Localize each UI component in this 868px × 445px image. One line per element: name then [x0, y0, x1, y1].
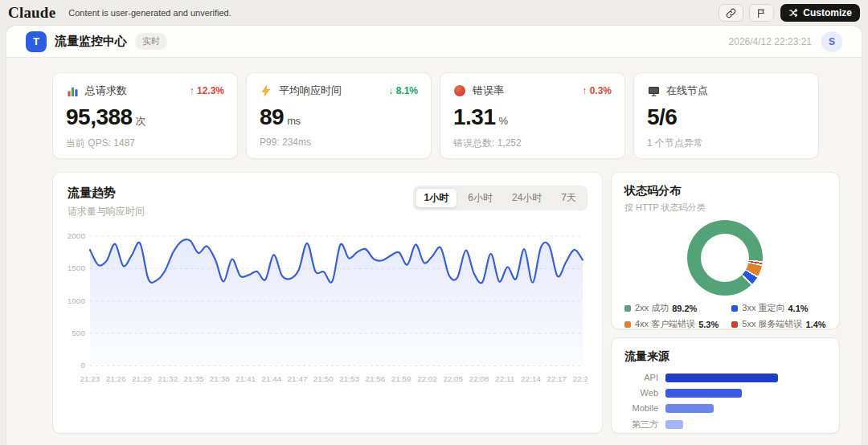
current-timestamp: 2026/4/12 22:23:21	[729, 36, 812, 47]
legend-label: 5xx 服务端错误	[742, 318, 802, 330]
legend-percent: 89.2%	[672, 304, 697, 313]
traffic-trend-panel: 流量趋势 请求量与响应时间 1小时 6小时 24小时 7天 0500100015…	[52, 172, 603, 434]
svg-text:22:17: 22:17	[547, 374, 567, 383]
customize-button[interactable]: Customize	[780, 4, 860, 22]
legend-dot	[731, 321, 738, 328]
time-range-selector: 1小时 6小时 24小时 7天	[413, 186, 588, 210]
svg-text:22:11: 22:11	[495, 374, 515, 383]
metric-value: 1.31	[453, 104, 496, 129]
donut-legend: 2xx 成功89.2%3xx 重定向4.1%4xx 客户端错误5.3%5xx 服…	[624, 302, 826, 330]
svg-text:1500: 1500	[68, 263, 85, 272]
range-7d[interactable]: 7天	[552, 188, 585, 208]
metric-subtext: 错误总数: 1,252	[453, 137, 612, 150]
source-bar	[665, 374, 778, 382]
svg-text:21:53: 21:53	[339, 374, 359, 383]
metric-card-error-rate: 错误率 ↑ 0.3% 1.31% 错误总数: 1,252	[440, 72, 625, 159]
svg-text:21:41: 21:41	[235, 374, 256, 383]
legend-item: 4xx 客户端错误5.3%	[624, 318, 719, 330]
metric-card-total-requests: 总请求数 ↑ 12.3% 95,388次 当前 QPS: 1487	[52, 72, 238, 159]
trend-badge: ↑ 12.3%	[190, 85, 224, 96]
metric-value: 5/6	[647, 104, 677, 129]
svg-text:21:56: 21:56	[365, 374, 385, 383]
red-circle-icon	[453, 84, 466, 97]
svg-text:21:47: 21:47	[288, 374, 308, 383]
svg-text:21:44: 21:44	[261, 374, 281, 383]
metric-label: 总请求数	[85, 84, 127, 98]
traffic-trend-chart: 050010001500200021:2321:2621:2921:3221:3…	[68, 228, 588, 393]
metric-label: 平均响应时间	[279, 84, 342, 98]
trend-badge: ↑ 0.3%	[582, 85, 612, 96]
metric-unit: 次	[136, 115, 146, 127]
app-header: T 流量监控中心 实时 2026/4/12 22:23:21 S	[6, 26, 862, 58]
sources-panel-title: 流量来源	[624, 349, 826, 364]
status-code-donut-chart	[687, 220, 763, 296]
traffic-sources-panel: 流量来源 APIWebMobile第三方	[611, 337, 840, 434]
svg-text:21:23: 21:23	[80, 374, 100, 383]
svg-text:500: 500	[72, 329, 85, 337]
metric-subtext: 当前 QPS: 1487	[66, 137, 224, 150]
legend-item: 2xx 成功89.2%	[624, 302, 719, 314]
svg-text:21:50: 21:50	[313, 374, 334, 383]
legend-item: 5xx 服务端错误1.4%	[731, 318, 825, 330]
svg-text:21:29: 21:29	[132, 374, 152, 383]
trend-panel-subtitle: 请求量与响应时间	[68, 205, 145, 218]
realtime-badge: 实时	[135, 33, 167, 50]
metric-subtext: P99: 234ms	[260, 137, 418, 148]
legend-percent: 4.1%	[788, 304, 808, 313]
page-title: 流量监控中心	[55, 34, 127, 49]
svg-text:22:22: 22:22	[573, 374, 588, 383]
report-flag-button[interactable]	[749, 4, 774, 22]
traffic-sources-chart: APIWebMobile第三方	[624, 373, 826, 431]
svg-text:22:14: 22:14	[521, 374, 541, 383]
source-bar-track	[665, 374, 778, 382]
trend-panel-title: 流量趋势	[68, 186, 145, 201]
legend-dot	[624, 321, 631, 328]
legend-label: 2xx 成功	[635, 302, 669, 314]
source-label: Web	[624, 388, 658, 398]
source-label: Mobile	[624, 403, 658, 413]
metric-value: 89	[260, 104, 284, 129]
svg-text:22:08: 22:08	[469, 374, 489, 383]
svg-text:1000: 1000	[68, 296, 85, 305]
range-6h[interactable]: 6小时	[459, 188, 502, 208]
svg-text:21:32: 21:32	[158, 374, 178, 383]
range-24h[interactable]: 24小时	[503, 188, 551, 208]
metric-unit: ms	[287, 115, 300, 127]
source-label: API	[624, 373, 658, 382]
legend-label: 3xx 重定向	[742, 302, 784, 314]
svg-text:22:02: 22:02	[417, 374, 437, 383]
source-bar-row: Web	[624, 388, 826, 398]
svg-text:21:59: 21:59	[391, 374, 411, 383]
unverified-notice: Content is user-generated and unverified…	[68, 8, 231, 18]
metric-card-online-nodes: 在线节点 5/6 1 个节点异常	[633, 72, 819, 159]
monitor-icon	[647, 84, 660, 97]
metric-card-avg-response: 平均响应时间 ↓ 8.1% 89ms P99: 234ms	[246, 72, 432, 159]
range-1h[interactable]: 1小时	[416, 188, 458, 208]
flag-icon	[756, 8, 767, 18]
svg-text:21:26: 21:26	[106, 374, 126, 383]
legend-item: 3xx 重定向4.1%	[731, 302, 825, 314]
source-bar-row: 第三方	[624, 418, 826, 431]
bar-chart-icon	[66, 84, 79, 97]
metric-cards: 总请求数 ↑ 12.3% 95,388次 当前 QPS: 1487 平均响应时间…	[52, 72, 819, 159]
lightning-icon	[260, 84, 272, 97]
link-icon	[726, 8, 736, 18]
legend-dot	[731, 305, 738, 312]
svg-text:2000: 2000	[68, 231, 85, 240]
source-bar-track	[665, 404, 778, 413]
source-bar-track	[665, 420, 778, 429]
shuffle-icon	[788, 8, 798, 18]
source-bar	[665, 404, 714, 413]
status-panel-title: 状态码分布	[624, 184, 826, 198]
svg-text:22:05: 22:05	[443, 374, 463, 383]
avatar[interactable]: S	[821, 31, 842, 52]
metric-unit: %	[499, 115, 508, 127]
source-bar-row: Mobile	[624, 403, 826, 413]
share-link-button[interactable]	[719, 4, 743, 22]
legend-percent: 5.3%	[698, 320, 719, 329]
legend-dot	[624, 305, 631, 312]
topbar: Claude Content is user-generated and unv…	[0, 0, 868, 26]
source-bar-track	[665, 389, 778, 398]
source-bar	[665, 420, 683, 429]
svg-text:0: 0	[80, 361, 85, 369]
